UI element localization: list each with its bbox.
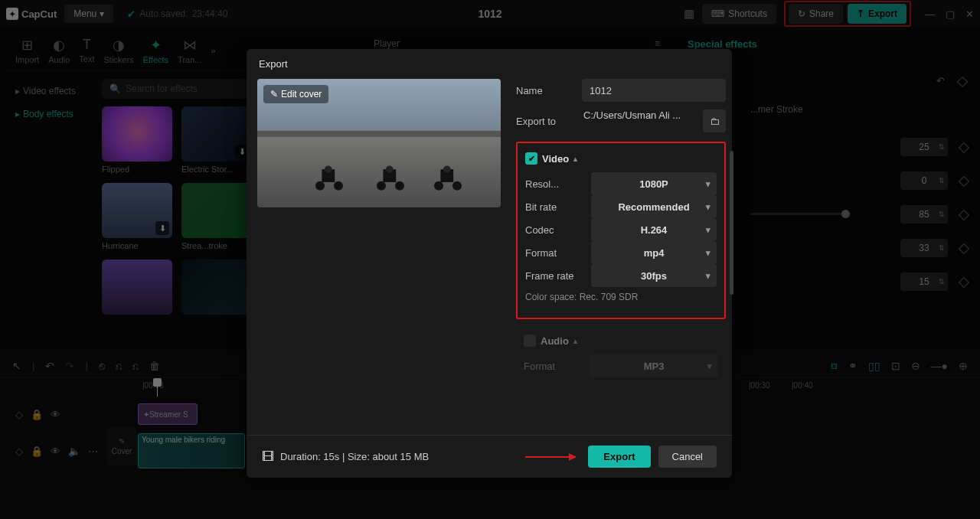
diamond-icon[interactable]: ◇ (15, 446, 23, 457)
split-left-icon[interactable]: ⎌ (116, 360, 122, 372)
tab-audio[interactable]: ◐Audio (48, 37, 70, 64)
undo-icon[interactable]: ↶ (45, 360, 54, 372)
export-button[interactable]: Export (588, 446, 650, 468)
eye-icon[interactable]: 👁 (51, 446, 60, 457)
keyframe-icon[interactable] (959, 176, 969, 187)
caret-up-icon[interactable]: ▴ (573, 155, 577, 163)
player-menu-icon[interactable]: ≡ (655, 38, 660, 49)
value-2[interactable]: 85 (900, 205, 948, 224)
project-title: 1012 (478, 8, 501, 20)
maximize-icon[interactable]: ▢ (946, 8, 955, 20)
name-input[interactable] (582, 79, 726, 102)
clip-video[interactable]: Young male bikers riding (138, 433, 245, 468)
zoom-in-icon[interactable]: ⊕ (959, 360, 968, 372)
layout-icon[interactable]: ▦ (684, 7, 694, 21)
name-label: Name (516, 85, 576, 96)
lock-icon[interactable]: 🔒 (31, 446, 43, 457)
format-select[interactable]: mp4 (591, 241, 717, 264)
audio-icon: ◐ (53, 37, 65, 54)
import-icon: ⊞ (21, 37, 33, 54)
pointer-tool-icon[interactable]: ↖ (12, 360, 21, 372)
pencil-icon: ✎ (119, 437, 125, 446)
framerate-select[interactable]: 30fps (591, 264, 717, 287)
effect-streamer-stroke[interactable]: Strea...troke (181, 183, 252, 250)
split-right-icon[interactable]: ⎌ (132, 360, 139, 372)
preview-icon[interactable]: ▯▯ (868, 360, 880, 372)
effects-sidebar: ▸Video effects ▸Body effects (6, 79, 102, 318)
redo-icon[interactable]: ↷ (65, 360, 74, 372)
zoom-slider-icon[interactable]: —● (931, 360, 948, 372)
cover-button[interactable]: ✎ Cover (107, 427, 136, 465)
shortcuts-button[interactable]: ⌨ Shortcuts (702, 4, 776, 24)
scrollbar[interactable] (730, 151, 733, 295)
sidebar-item-body-effects[interactable]: ▸Body effects (11, 105, 97, 123)
app-name: CapCut (21, 8, 57, 20)
effect-electric-storm[interactable]: ⬇Electric Stor... (181, 106, 252, 174)
resolution-select[interactable]: 1080P (591, 172, 717, 195)
browse-folder-button[interactable]: 🗀 (703, 109, 726, 132)
share-button[interactable]: ↻ Share (789, 4, 843, 24)
video-checkbox[interactable]: ✔ (525, 152, 537, 165)
effect-unknown-1[interactable] (102, 260, 172, 318)
dialog-footer: 🎞 Duration: 15s | Size: about 15 MB Expo… (247, 435, 732, 478)
capcut-icon: ✦ (6, 8, 18, 20)
svg-point-0 (315, 181, 325, 191)
codec-label: Codec (525, 224, 585, 236)
svg-point-7 (386, 165, 394, 173)
annotation-arrow (525, 456, 576, 458)
svg-point-4 (377, 181, 386, 191)
tab-stickers[interactable]: ◑Stickers (104, 37, 134, 64)
keyframe-icon[interactable] (957, 77, 968, 87)
split-icon[interactable]: ⎋ (99, 360, 105, 372)
zoom-out-icon[interactable]: ⊖ (911, 360, 920, 372)
magnet-icon[interactable]: ⧈ (831, 359, 838, 372)
slider[interactable] (750, 213, 850, 215)
value-3[interactable]: 33 (900, 239, 948, 257)
effect-hurricane[interactable]: ⬇Hurricane (102, 183, 172, 250)
value-0[interactable]: 25 (900, 138, 948, 156)
eye-icon[interactable]: 👁 (51, 409, 60, 420)
delete-icon[interactable]: 🗑 (149, 360, 160, 372)
edit-cover-button[interactable]: ✎ Edit cover (263, 85, 328, 103)
svg-point-5 (395, 181, 404, 191)
sidebar-item-video-effects[interactable]: ▸Video effects (11, 82, 97, 100)
audio-checkbox[interactable] (524, 335, 536, 347)
caret-up-icon[interactable]: ▴ (573, 337, 577, 345)
tab-text[interactable]: TText (79, 37, 94, 64)
bitrate-select[interactable]: Recommended (591, 195, 717, 218)
value-1[interactable]: 0 (900, 171, 948, 190)
cancel-button[interactable]: Cancel (658, 446, 717, 468)
effect-flipped[interactable]: Flipped (102, 106, 172, 174)
keyframe-icon[interactable] (959, 210, 969, 220)
export-button-top[interactable]: ⤒ Export (848, 4, 906, 24)
keyframe-icon[interactable] (959, 142, 969, 153)
svg-point-9 (452, 181, 462, 191)
more-icon[interactable]: ⋯ (88, 446, 98, 457)
diamond-icon[interactable]: ◇ (15, 409, 23, 420)
svg-point-1 (334, 181, 343, 191)
tab-import[interactable]: ⊞Import (15, 37, 39, 64)
tab-effects[interactable]: ✦Effects (143, 37, 168, 64)
undo-icon[interactable]: ↶ (936, 75, 945, 86)
tab-more[interactable]: » (211, 46, 215, 55)
effect-unknown-2[interactable] (181, 260, 252, 318)
playhead[interactable] (157, 378, 158, 397)
close-icon[interactable]: ✕ (965, 8, 974, 20)
lock-icon[interactable]: 🔒 (31, 409, 43, 420)
link-icon[interactable]: ⚭ (848, 360, 858, 372)
check-icon: ✔ (127, 8, 136, 20)
share-export-highlight: ↻ Share ⤒ Export (784, 1, 911, 27)
clip-effect[interactable]: ✦ Streamer S (138, 403, 198, 425)
download-icon[interactable]: ⬇ (155, 221, 169, 235)
tab-transitions[interactable]: ⋈Tran... (178, 37, 201, 64)
mute-icon[interactable]: 🔈 (68, 446, 80, 457)
minimize-icon[interactable]: — (925, 8, 935, 20)
keyframe-icon[interactable] (959, 277, 969, 288)
value-4[interactable]: 15 (900, 273, 948, 291)
codec-select[interactable]: H.264 (591, 218, 717, 241)
record-icon[interactable]: ⊡ (891, 360, 900, 372)
color-space-text: Color space: Rec. 709 SDR (525, 292, 717, 302)
video-settings-group: ✔ Video ▴ Resol... 1080P Bit rate Recomm… (516, 142, 726, 319)
keyframe-icon[interactable] (959, 243, 969, 254)
menu-button[interactable]: Menu ▾ (64, 5, 113, 23)
